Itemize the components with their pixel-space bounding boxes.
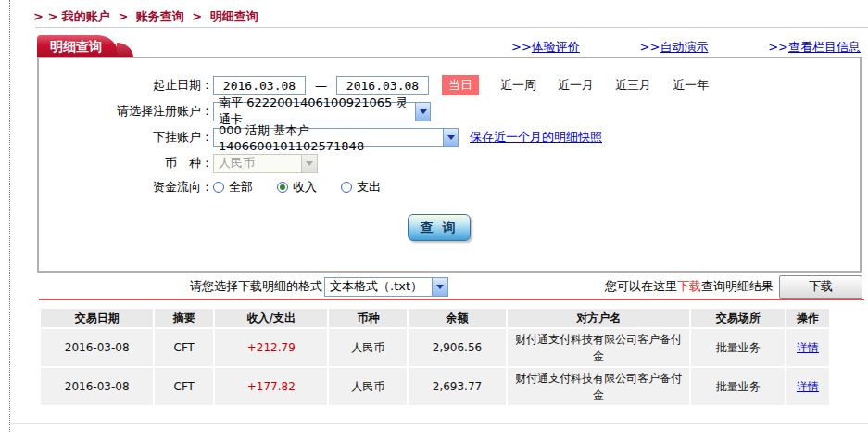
cell-currency: 人民币 bbox=[329, 329, 407, 366]
bottom-divider bbox=[11, 423, 868, 424]
cell-action: 详情 bbox=[786, 329, 829, 366]
table-header-row: 交易日期 摘要 收入/支出 币种 余额 对方户名 交易场所 操作 bbox=[41, 309, 829, 327]
radio-flow-income[interactable]: 收入 bbox=[277, 179, 317, 196]
breadcrumb: > > 我的账户 > 账务查询 > 明细查询 bbox=[33, 8, 258, 25]
sub-account-value: 000 活期 基本户 1406600101102571848 bbox=[219, 122, 443, 153]
header-venue: 交易场所 bbox=[691, 309, 784, 327]
download-hint: 您可以在这里 下载 查询明细结果 下载 bbox=[605, 275, 862, 299]
cell-currency: 人民币 bbox=[329, 368, 407, 405]
breadcrumb-item-my-account[interactable]: 我的账户 bbox=[62, 9, 110, 23]
date-from-input[interactable] bbox=[213, 76, 306, 95]
sub-account-select[interactable]: 000 活期 基本户 1406600101102571848 bbox=[213, 128, 459, 147]
link-prefix: >> bbox=[640, 40, 660, 54]
table-row: 2016-03-08 CFT +212.79 人民币 2,906.56 财付通支… bbox=[41, 329, 829, 366]
download-format-select[interactable]: 文本格式（.txt） bbox=[324, 277, 448, 297]
link-prefix: >> bbox=[768, 40, 788, 54]
sub-account-label: 下挂账户： bbox=[39, 129, 213, 146]
cell-venue: 批量业务 bbox=[691, 329, 784, 366]
header-trade-date: 交易日期 bbox=[41, 309, 153, 327]
radio-label: 收入 bbox=[293, 179, 317, 196]
chevron-down-icon bbox=[443, 129, 458, 146]
currency-label: 币 种： bbox=[39, 155, 213, 172]
header-action: 操作 bbox=[786, 309, 829, 327]
link-prefix: >> bbox=[511, 40, 532, 54]
cell-action: 详情 bbox=[786, 368, 829, 405]
top-links: >>体验评价 >>自动演示 >>查看栏目信息 bbox=[511, 39, 861, 56]
date-to-input[interactable] bbox=[336, 76, 429, 95]
quick-range-year[interactable]: 近一年 bbox=[673, 77, 709, 94]
table-row: 2016-03-08 CFT +177.82 人民币 2,693.77 财付通支… bbox=[41, 368, 829, 405]
quick-range-quarter[interactable]: 近三月 bbox=[615, 77, 651, 94]
left-dotted-border bbox=[9, 0, 10, 432]
breadcrumb-separator: > bbox=[192, 9, 202, 23]
breadcrumb-separator: > bbox=[118, 9, 128, 23]
date-dash: — bbox=[315, 79, 327, 93]
header-counterparty: 对方户名 bbox=[508, 309, 690, 327]
register-account-row: 请选择注册账户： 南平 6222001406100921065 灵通卡 bbox=[39, 101, 860, 121]
radio-label: 全部 bbox=[229, 179, 253, 196]
quick-range-week[interactable]: 近一周 bbox=[500, 77, 536, 94]
download-hint-link[interactable]: 下载 bbox=[677, 278, 701, 295]
detail-link[interactable]: 详情 bbox=[797, 341, 819, 354]
fund-flow-label: 资金流向： bbox=[39, 179, 213, 196]
date-range-label: 起止日期： bbox=[39, 77, 213, 94]
cell-amount: +177.82 bbox=[215, 368, 327, 405]
page: > > 我的账户 > 账务查询 > 明细查询 明细查询 >>体验评价 >>自动演… bbox=[0, 0, 868, 432]
chevron-down-icon bbox=[432, 278, 447, 296]
quick-range-month[interactable]: 近一月 bbox=[558, 77, 594, 94]
chevron-down-icon bbox=[415, 103, 430, 121]
breadcrumb-item-detail-query[interactable]: 明细查询 bbox=[210, 9, 258, 23]
cell-counterparty: 财付通支付科技有限公司客户备付金 bbox=[508, 368, 690, 405]
sub-account-row: 下挂账户： 000 活期 基本户 1406600101102571848 保存近… bbox=[39, 127, 860, 147]
download-button[interactable]: 下载 bbox=[779, 275, 862, 299]
date-range-row: 起止日期： — 当日 近一周 近一月 近三月 近一年 bbox=[39, 75, 860, 95]
link-label: 体验评价 bbox=[532, 40, 580, 54]
link-view-column-info[interactable]: >>查看栏目信息 bbox=[768, 39, 861, 56]
link-experience-review[interactable]: >>体验评价 bbox=[511, 39, 580, 56]
cell-balance: 2,906.56 bbox=[409, 329, 506, 366]
cell-balance: 2,693.77 bbox=[409, 368, 506, 405]
currency-select: 人民币 bbox=[213, 154, 318, 173]
link-label: 查看栏目信息 bbox=[788, 40, 861, 54]
download-hint-suffix: 查询明细结果 bbox=[701, 278, 774, 295]
radio-flow-expense[interactable]: 支出 bbox=[341, 179, 381, 196]
download-format-label: 请您选择下载明细的格式 bbox=[190, 278, 322, 295]
download-hint-prefix: 您可以在这里 bbox=[605, 278, 677, 295]
currency-row: 币 种： 人民币 bbox=[39, 153, 860, 173]
cell-trade-date: 2016-03-08 bbox=[41, 329, 153, 366]
cell-venue: 批量业务 bbox=[691, 368, 784, 405]
fund-flow-options: 全部 收入 支出 bbox=[213, 179, 405, 196]
save-snapshot-link[interactable]: 保存近一个月的明细快照 bbox=[470, 129, 602, 146]
radio-icon bbox=[213, 182, 224, 193]
header-currency: 币种 bbox=[329, 309, 407, 327]
register-account-select[interactable]: 南平 6222001406100921065 灵通卡 bbox=[213, 102, 431, 121]
cell-counterparty: 财付通支付科技有限公司客户备付金 bbox=[508, 329, 690, 366]
detail-link[interactable]: 详情 bbox=[797, 380, 819, 393]
register-account-label: 请选择注册账户： bbox=[39, 103, 213, 120]
header-income-expense: 收入/支出 bbox=[215, 309, 327, 327]
cell-amount: +212.79 bbox=[215, 329, 327, 366]
radio-icon bbox=[341, 182, 352, 193]
red-divider bbox=[39, 299, 864, 300]
link-label: 自动演示 bbox=[660, 40, 708, 54]
quick-range-today[interactable]: 当日 bbox=[442, 75, 479, 95]
cell-summary: CFT bbox=[155, 329, 213, 366]
query-panel: 起止日期： — 当日 近一周 近一月 近三月 近一年 请选择注册账户： 南平 6… bbox=[37, 57, 862, 273]
cell-trade-date: 2016-03-08 bbox=[41, 368, 153, 405]
header-balance: 余额 bbox=[409, 309, 506, 327]
download-row: 请您选择下载明细的格式 文本格式（.txt） 您可以在这里 下载 查询明细结果 … bbox=[39, 274, 862, 299]
cell-summary: CFT bbox=[155, 368, 213, 405]
fund-flow-row: 资金流向： 全部 收入 支出 bbox=[39, 177, 860, 197]
radio-icon bbox=[277, 182, 288, 193]
breadcrumb-item-account-query[interactable]: 账务查询 bbox=[136, 9, 184, 23]
chevron-down-icon bbox=[301, 155, 317, 172]
radio-label: 支出 bbox=[357, 179, 381, 196]
tab-detail-query[interactable]: 明细查询 bbox=[37, 35, 119, 57]
download-format-value: 文本格式（.txt） bbox=[330, 278, 422, 295]
breadcrumb-prefix: > > bbox=[33, 9, 57, 23]
link-auto-demo[interactable]: >>自动演示 bbox=[640, 39, 709, 56]
breadcrumb-divider bbox=[35, 27, 868, 28]
query-button[interactable]: 查 询 bbox=[408, 214, 471, 241]
header-summary: 摘要 bbox=[155, 309, 213, 327]
radio-flow-all[interactable]: 全部 bbox=[213, 179, 253, 196]
